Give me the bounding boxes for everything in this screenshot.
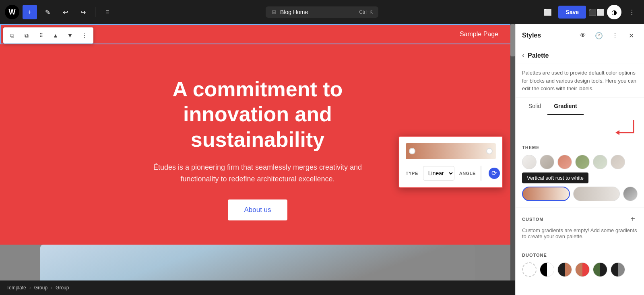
canvas-content: ning-bb7c24.instawp.xyz Sample Page A co… [0, 24, 515, 295]
gradient-tooltip: Vertical soft rust to white [522, 172, 588, 183]
duotone-swatch-3[interactable] [557, 262, 572, 277]
theme-swatch-4[interactable] [575, 155, 590, 169]
top-bar: W + ✎ ↩ ↪ ≡ 🖥 Blog Home Ctrl+K ⬜ Save ⬛⬜… [0, 0, 644, 24]
tooltip-row: Vertical soft rust to white [522, 172, 638, 183]
type-select[interactable]: Linear Radial Conic [423, 166, 454, 181]
styles-eye-button[interactable]: 👁 [576, 29, 589, 42]
main-layout: ⧉ ⧉ ⠿ ▲ ▼ ⋮ ning-bb7c24.instawp.xyz Samp… [0, 24, 644, 295]
duotone-swatch-4[interactable] [575, 262, 590, 277]
search-current-page: Blog Home [280, 9, 308, 15]
theme-swatches-row1 [522, 155, 638, 169]
custom-empty-text: Custom gradients are empty! Add some gra… [522, 227, 638, 239]
move-down-button[interactable]: ▼ [64, 29, 76, 42]
panel-title: Styles [522, 32, 573, 39]
gradient-handle-left[interactable] [409, 148, 415, 154]
angle-input[interactable] [481, 166, 481, 181]
svg-marker-0 [615, 130, 619, 135]
hero-subtitle: Études is a pioneering firm that seamles… [141, 162, 374, 185]
palette-description: Palettes are used to provide default col… [516, 64, 644, 98]
scroll-thumb[interactable] [510, 24, 515, 56]
angle-input-wrap: ° [481, 166, 481, 181]
list-view-button[interactable]: ≡ [100, 5, 115, 19]
duotone-swatch-6[interactable] [611, 262, 625, 277]
add-button[interactable]: + [23, 5, 37, 19]
type-label: TYPE [406, 171, 418, 176]
top-bar-right: ⬜ Save ⬛⬜ ◑ ⋮ [541, 5, 639, 19]
right-panel: Styles 👁 🕐 ⋮ ✕ ‹ Palette Palettes are us… [515, 24, 644, 295]
palette-label: Palette [528, 52, 549, 59]
duplicate-block-button[interactable]: ⧉ [20, 29, 33, 42]
duotone-title: DUOTONE [522, 253, 638, 258]
contrast-button[interactable]: ◑ [607, 5, 621, 19]
scroll-track[interactable] [510, 24, 515, 295]
duotone-swatch-1[interactable] [522, 262, 537, 277]
theme-section-title: THEME [522, 145, 638, 150]
gradient-handle-right[interactable] [486, 148, 493, 154]
theme-gradient-swatch-2[interactable] [573, 187, 620, 201]
block-more-button[interactable]: ⋮ [78, 29, 91, 42]
hero-title: A commitment to innovation and sustainab… [117, 77, 398, 152]
theme-gradient-swatch-3[interactable] [623, 187, 638, 201]
back-button[interactable]: ‹ [522, 51, 524, 60]
theme-gradient-swatch-1[interactable] [522, 187, 570, 201]
theme-swatch-5[interactable] [593, 155, 607, 169]
wp-logo[interactable]: W [5, 5, 19, 19]
keyboard-shortcut: Ctrl+K [359, 9, 373, 15]
styles-history-button[interactable]: 🕐 [592, 29, 605, 42]
block-toolbar: ⧉ ⧉ ⠿ ▲ ▼ ⋮ [3, 27, 93, 44]
theme-swatches-row2 [522, 187, 638, 201]
breadcrumb: Template › Group › Group [0, 280, 515, 295]
back-row: ‹ Palette [516, 47, 644, 64]
duotone-swatches [522, 262, 638, 277]
tab-solid[interactable]: Solid [522, 98, 547, 115]
theme-swatch-2[interactable] [540, 155, 554, 169]
move-up-button[interactable]: ▲ [49, 29, 62, 42]
about-us-button[interactable]: About us [228, 199, 287, 220]
drag-block-button[interactable]: ⠿ [35, 29, 47, 42]
styles-close-button[interactable]: ✕ [625, 29, 638, 42]
gradient-picker-popup: TYPE Linear Radial Conic ANGLE ° ⟳ [398, 136, 503, 188]
theme-swatch-6[interactable] [611, 155, 625, 169]
custom-section-header: CUSTOM + [522, 214, 638, 224]
theme-swatch-3[interactable] [557, 155, 572, 169]
theme-palette-section: THEME Vertical soft rust to white [516, 139, 644, 208]
edit-button[interactable]: ✎ [40, 5, 55, 19]
redo-button[interactable]: ↪ [76, 5, 90, 19]
breadcrumb-template[interactable]: Template [6, 285, 26, 291]
tab-gradient[interactable]: Gradient [547, 98, 584, 115]
red-arrow-icon [613, 118, 638, 139]
view-button[interactable]: ⬜ [541, 5, 555, 19]
hero-section: A commitment to innovation and sustainab… [0, 44, 515, 245]
styles-more-button[interactable]: ⋮ [609, 29, 621, 42]
breadcrumb-group-1[interactable]: Group [34, 285, 47, 291]
duotone-swatch-2[interactable] [540, 262, 554, 277]
divider [95, 7, 95, 17]
angle-label: ANGLE [459, 171, 476, 176]
arrow-annotation [516, 115, 644, 139]
breadcrumb-group-2[interactable]: Group [56, 285, 69, 291]
save-button[interactable]: Save [558, 6, 586, 19]
command-palette[interactable]: 🖥 Blog Home Ctrl+K [266, 6, 378, 18]
more-options-button[interactable]: ⋮ [625, 5, 639, 19]
sample-page-link[interactable]: Sample Page [460, 31, 498, 38]
duotone-swatch-5[interactable] [593, 262, 607, 277]
add-custom-gradient-button[interactable]: + [628, 214, 638, 224]
angle-toggle-button[interactable]: ⟳ [489, 168, 500, 179]
panel-tabs: Solid Gradient [516, 98, 644, 115]
layout-button[interactable]: ⬛⬜ [589, 5, 604, 19]
duotone-section: DUOTONE [516, 246, 644, 283]
breadcrumb-sep-1: › [29, 285, 31, 291]
theme-swatch-1[interactable] [522, 155, 537, 169]
custom-palette-section: CUSTOM + Custom gradients are empty! Add… [516, 208, 644, 246]
gradient-preview-bar[interactable] [406, 143, 496, 159]
panel-header: Styles 👁 🕐 ⋮ ✕ [516, 24, 644, 47]
custom-section-title: CUSTOM [522, 217, 543, 222]
canvas-wrapper: ⧉ ⧉ ⠿ ▲ ▼ ⋮ ning-bb7c24.instawp.xyz Samp… [0, 24, 515, 295]
monitor-icon: 🖥 [271, 9, 277, 15]
copy-block-button[interactable]: ⧉ [6, 29, 19, 42]
breadcrumb-sep-2: › [51, 285, 52, 291]
undo-button[interactable]: ↩ [58, 5, 72, 19]
picker-type-row: TYPE Linear Radial Conic ANGLE ° ⟳ [406, 166, 496, 181]
